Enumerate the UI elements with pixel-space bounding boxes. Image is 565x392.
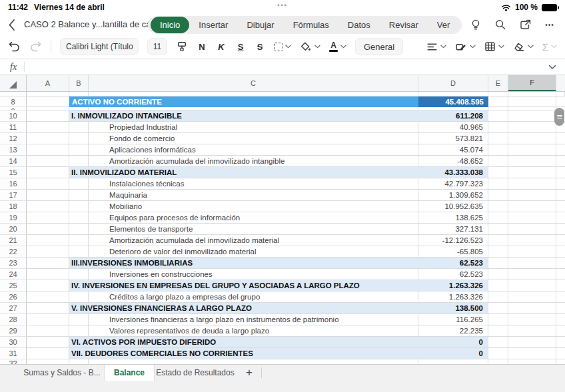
cell-A10[interactable] bbox=[27, 110, 69, 122]
cell-A19[interactable] bbox=[27, 212, 69, 224]
table-styles-button[interactable] bbox=[484, 41, 504, 52]
autosum-button[interactable]: Σ bbox=[542, 41, 557, 53]
cell[interactable] bbox=[556, 224, 565, 235]
cell-value-14[interactable]: -48.652 bbox=[418, 156, 488, 167]
cell-F18[interactable] bbox=[508, 201, 556, 212]
cell[interactable] bbox=[508, 92, 556, 97]
cell-A28[interactable] bbox=[27, 314, 69, 325]
cell[interactable] bbox=[556, 246, 565, 258]
ribbon-tab-datos[interactable]: Datos bbox=[338, 17, 380, 33]
cell-category-10[interactable]: I. INMOVILIZADO INTANGIBLE bbox=[69, 110, 418, 122]
sheet-tab-balance[interactable]: Balance bbox=[104, 365, 155, 381]
cell-F16[interactable] bbox=[508, 178, 556, 190]
column-header-B[interactable]: B bbox=[69, 75, 89, 91]
row-header-26[interactable]: 26 bbox=[0, 292, 27, 303]
cell-label-18[interactable]: Mobiliario bbox=[89, 201, 418, 212]
cell-B28[interactable] bbox=[69, 314, 89, 325]
cell[interactable] bbox=[488, 92, 508, 97]
cell-E8[interactable] bbox=[488, 97, 508, 107]
cell-value-29[interactable]: 22.235 bbox=[418, 325, 488, 337]
cell[interactable] bbox=[418, 359, 488, 364]
row-header-28[interactable]: 28 bbox=[0, 314, 27, 325]
cell[interactable] bbox=[556, 144, 565, 156]
cell-label-19[interactable]: Equipos para procesos de información bbox=[89, 212, 418, 224]
cell[interactable] bbox=[556, 92, 565, 97]
cell-value-25[interactable]: 1.263.326 bbox=[418, 280, 488, 292]
cell-A8[interactable] bbox=[27, 97, 69, 107]
sheet-tab-estado-de-resultados[interactable]: Estado de Resultados bbox=[155, 365, 235, 381]
ribbon-tab-ver[interactable]: Ver bbox=[428, 17, 460, 33]
clear-button[interactable] bbox=[513, 41, 534, 53]
cell-F30[interactable] bbox=[508, 337, 556, 348]
cell-A13[interactable] bbox=[27, 144, 69, 156]
cell-A31[interactable] bbox=[27, 348, 69, 359]
cell-value-23[interactable]: 62.523 bbox=[418, 258, 488, 269]
row-header-21[interactable]: 21 bbox=[0, 235, 27, 246]
cell-A22[interactable] bbox=[27, 246, 69, 258]
cell-value-19[interactable]: 138.625 bbox=[418, 212, 488, 224]
cell-value-8[interactable]: 45.408.595 bbox=[418, 97, 488, 107]
cell-E18[interactable] bbox=[488, 201, 508, 212]
cell-A16[interactable] bbox=[27, 178, 69, 190]
cell-A25[interactable] bbox=[27, 280, 69, 292]
cell-B20[interactable] bbox=[69, 224, 89, 235]
cell-A12[interactable] bbox=[27, 133, 69, 144]
cell-F24[interactable] bbox=[508, 269, 556, 280]
cell-E31[interactable] bbox=[488, 348, 508, 359]
ribbon-tab-dibujar[interactable]: Dibujar bbox=[237, 17, 283, 33]
cell[interactable] bbox=[556, 178, 565, 190]
cell[interactable] bbox=[69, 92, 89, 97]
cell-B26[interactable] bbox=[69, 292, 89, 303]
row-header-24[interactable]: 24 bbox=[0, 269, 27, 280]
redo-button[interactable] bbox=[29, 41, 42, 53]
cell-B21[interactable] bbox=[69, 235, 89, 246]
cell-E14[interactable] bbox=[488, 156, 508, 167]
cell-label-12[interactable]: Fondo de comercio bbox=[89, 133, 418, 144]
cell-F29[interactable] bbox=[508, 325, 556, 337]
row-header-32[interactable]: 32 bbox=[0, 359, 27, 364]
row-header-25[interactable]: 25 bbox=[0, 280, 27, 292]
ribbon-tab-insertar[interactable]: Insertar bbox=[189, 17, 237, 33]
add-sheet-button[interactable]: + bbox=[240, 365, 259, 381]
cell-F13[interactable] bbox=[508, 144, 556, 156]
cell-F10[interactable] bbox=[508, 110, 556, 122]
select-all-corner[interactable] bbox=[0, 75, 27, 91]
column-header-D[interactable]: D bbox=[418, 75, 488, 91]
row-header-15[interactable]: 15 bbox=[0, 167, 27, 178]
cell-E16[interactable] bbox=[488, 178, 508, 190]
row-header-8[interactable]: 8 bbox=[0, 97, 27, 107]
cell-F22[interactable] bbox=[508, 246, 556, 258]
cell-A11[interactable] bbox=[27, 122, 69, 133]
cell-E10[interactable] bbox=[488, 110, 508, 122]
row-header-12[interactable]: 12 bbox=[0, 133, 27, 144]
back-button[interactable] bbox=[8, 19, 15, 31]
row-header-16[interactable]: 16 bbox=[0, 178, 27, 190]
cell-A30[interactable] bbox=[27, 337, 69, 348]
italic-button[interactable]: K bbox=[216, 42, 227, 52]
cell-label-22[interactable]: Deterioro de valor del inmovilizado mate… bbox=[89, 246, 418, 258]
ribbon-tab-revisar[interactable]: Revisar bbox=[380, 17, 428, 33]
cell-A26[interactable] bbox=[27, 292, 69, 303]
cell-label-20[interactable]: Elementos de transporte bbox=[89, 224, 418, 235]
sheet-tab-sumas-y-saldos-b[interactable]: Sumas y Saldos - B... bbox=[19, 365, 105, 381]
cell-value-21[interactable]: -12.126.523 bbox=[418, 235, 488, 246]
cell-label-13[interactable]: Aplicaciones informáticas bbox=[89, 144, 418, 156]
cell-value-26[interactable]: 1.263.326 bbox=[418, 292, 488, 303]
cell-F21[interactable] bbox=[508, 235, 556, 246]
cell-F12[interactable] bbox=[508, 133, 556, 144]
cell-F27[interactable] bbox=[508, 303, 556, 314]
cell-E22[interactable] bbox=[488, 246, 508, 258]
cell-E28[interactable] bbox=[488, 314, 508, 325]
cell[interactable] bbox=[69, 359, 89, 364]
cell-E15[interactable] bbox=[488, 167, 508, 178]
cell[interactable] bbox=[556, 258, 565, 269]
cell-label-26[interactable]: Créditos a largo plazo a empresas del gr… bbox=[89, 292, 418, 303]
cell[interactable] bbox=[556, 201, 565, 212]
cell-value-10[interactable]: 611.208 bbox=[418, 110, 488, 122]
more-options-button[interactable]: ••• bbox=[542, 17, 557, 32]
cell[interactable] bbox=[556, 133, 565, 144]
cell[interactable] bbox=[89, 92, 418, 97]
cell-E20[interactable] bbox=[488, 224, 508, 235]
cell-F28[interactable] bbox=[508, 314, 556, 325]
cell-E13[interactable] bbox=[488, 144, 508, 156]
